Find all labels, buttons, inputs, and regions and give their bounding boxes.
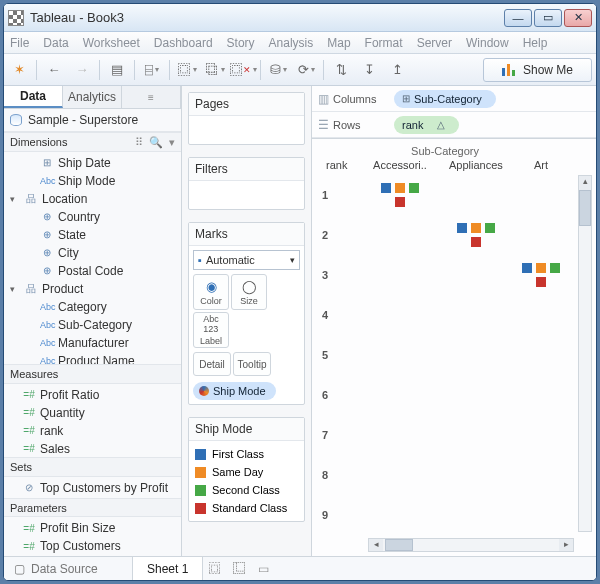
menu-map[interactable]: Map bbox=[327, 36, 350, 50]
save-button[interactable]: ▤ bbox=[106, 59, 128, 81]
field-city[interactable]: ⊕City bbox=[4, 244, 181, 262]
field-product[interactable]: 品Product bbox=[4, 280, 181, 298]
dimensions-menu-icon[interactable]: ⠿ bbox=[135, 136, 143, 149]
label-button[interactable]: Abc123Label bbox=[193, 312, 229, 348]
field-ship-date[interactable]: ⊞Ship Date bbox=[4, 154, 181, 172]
scroll-thumb[interactable] bbox=[579, 190, 591, 226]
menu-format[interactable]: Format bbox=[365, 36, 403, 50]
menu-window[interactable]: Window bbox=[466, 36, 509, 50]
field-top-customers[interactable]: =#Top Customers bbox=[4, 537, 181, 555]
close-button[interactable]: ✕ bbox=[564, 9, 592, 27]
legend-item[interactable]: Second Class bbox=[195, 481, 298, 499]
new-worksheet-icon[interactable]: ⿴ bbox=[203, 562, 227, 576]
legend-item[interactable]: First Class bbox=[195, 445, 298, 463]
field-sales[interactable]: =#Sales bbox=[4, 440, 181, 458]
forward-button[interactable]: → bbox=[71, 59, 93, 81]
scroll-up-icon[interactable]: ▴ bbox=[579, 176, 591, 190]
menu-story[interactable]: Story bbox=[227, 36, 255, 50]
new-story-icon[interactable]: ▭ bbox=[251, 562, 275, 576]
dropdown-icon[interactable]: ▾ bbox=[169, 136, 175, 149]
horizontal-scrollbar[interactable]: ◂ ▸ bbox=[368, 538, 574, 552]
mark-type-dropdown[interactable]: ▪ Automatic ▾ bbox=[193, 250, 300, 270]
show-me-label: Show Me bbox=[523, 63, 573, 77]
table-calc-icon: △ bbox=[437, 119, 445, 130]
field-ship-mode[interactable]: AbcShip Mode bbox=[4, 172, 181, 190]
color-button[interactable]: ◉Color bbox=[193, 274, 229, 310]
menu-analysis[interactable]: Analysis bbox=[269, 36, 314, 50]
menu-help[interactable]: Help bbox=[523, 36, 548, 50]
columns-pill-subcategory[interactable]: ⊞Sub-Category bbox=[394, 90, 496, 108]
field-location[interactable]: 品Location bbox=[4, 190, 181, 208]
field-top-customers-by-profit[interactable]: ⊘Top Customers by Profit bbox=[4, 479, 181, 497]
field-profit-bin-size[interactable]: =#Profit Bin Size bbox=[4, 519, 181, 537]
rows-shelf[interactable]: ☰Rows rank△ bbox=[312, 112, 596, 138]
datasource-label: Sample - Superstore bbox=[28, 113, 138, 127]
data-pane-menu-icon[interactable]: ≡ bbox=[122, 86, 181, 108]
connect-button[interactable]: ⛁▾ bbox=[267, 59, 289, 81]
field-country[interactable]: ⊕Country bbox=[4, 208, 181, 226]
columns-shelf[interactable]: ▥Columns ⊞Sub-Category bbox=[312, 86, 596, 112]
tab-data[interactable]: Data bbox=[4, 86, 63, 108]
back-button[interactable]: ← bbox=[43, 59, 65, 81]
logo-icon[interactable]: ✶ bbox=[8, 59, 30, 81]
color-icon bbox=[199, 386, 209, 396]
scroll-left-icon[interactable]: ◂ bbox=[369, 539, 383, 551]
new-datasource-button[interactable]: ⌸▾ bbox=[141, 59, 163, 81]
field-category[interactable]: AbcCategory bbox=[4, 298, 181, 316]
detail-button[interactable]: Detail bbox=[193, 352, 231, 376]
measures-tree: =#Profit Ratio=#Quantity=#rank=#Sales bbox=[4, 384, 181, 458]
sort-asc-button[interactable]: ↧ bbox=[358, 59, 380, 81]
field-quantity[interactable]: =#Quantity bbox=[4, 404, 181, 422]
tab-analytics[interactable]: Analytics bbox=[63, 86, 122, 108]
maximize-button[interactable]: ▭ bbox=[534, 9, 562, 27]
cards-pane: Pages Filters Marks ▪ Automatic ▾ ◉Color bbox=[182, 86, 312, 556]
pages-label: Pages bbox=[189, 93, 304, 116]
menu-server[interactable]: Server bbox=[417, 36, 452, 50]
search-icon[interactable]: 🔍 bbox=[149, 136, 163, 149]
field-postal-code[interactable]: ⊕Postal Code bbox=[4, 262, 181, 280]
viz-area[interactable]: Sub-Category rankAccessori..AppliancesAr… bbox=[312, 139, 596, 556]
menu-dashboard[interactable]: Dashboard bbox=[154, 36, 213, 50]
parameters-tree: =#Profit Bin Size=#Top Customers bbox=[4, 517, 181, 556]
mark-type-value: Automatic bbox=[206, 254, 255, 266]
toolbar: ✶ ← → ▤ ⌸▾ ⿴▾ ⿻▾ ⿴✕▾ ⛁▾ ⟳▾ ⇅ ↧ ↥ Show Me bbox=[4, 54, 596, 86]
menu-file[interactable]: File bbox=[10, 36, 29, 50]
field-manufacturer[interactable]: AbcManufacturer bbox=[4, 334, 181, 352]
size-button[interactable]: ◯Size bbox=[231, 274, 267, 310]
filters-card[interactable]: Filters bbox=[188, 157, 305, 210]
refresh-button[interactable]: ⟳▾ bbox=[295, 59, 317, 81]
marks-label: Marks bbox=[189, 223, 304, 246]
clear-button[interactable]: ⿴✕▾ bbox=[232, 59, 254, 81]
show-me-button[interactable]: Show Me bbox=[483, 58, 592, 82]
field-state[interactable]: ⊕State bbox=[4, 226, 181, 244]
pages-card[interactable]: Pages bbox=[188, 92, 305, 145]
datasource-item[interactable]: Sample - Superstore bbox=[4, 109, 181, 132]
minimize-button[interactable]: — bbox=[504, 9, 532, 27]
rows-pill-rank[interactable]: rank△ bbox=[394, 116, 459, 134]
sort-desc-button[interactable]: ↥ bbox=[386, 59, 408, 81]
legend-item[interactable]: Same Day bbox=[195, 463, 298, 481]
field-profit-ratio[interactable]: =#Profit Ratio bbox=[4, 386, 181, 404]
duplicate-button[interactable]: ⿻▾ bbox=[204, 59, 226, 81]
scroll-thumb-h[interactable] bbox=[385, 539, 413, 551]
new-dashboard-icon[interactable]: ⿺ bbox=[227, 562, 251, 576]
sheet-tab-1[interactable]: Sheet 1 bbox=[132, 557, 203, 580]
color-pill-shipmode[interactable]: Ship Mode bbox=[193, 382, 276, 400]
vertical-scrollbar[interactable]: ▴ bbox=[578, 175, 592, 532]
field-rank[interactable]: =#rank bbox=[4, 422, 181, 440]
rows-icon: ☰ bbox=[318, 118, 329, 132]
scroll-right-icon[interactable]: ▸ bbox=[559, 539, 573, 551]
legend-item[interactable]: Standard Class bbox=[195, 499, 298, 517]
field-sub-category[interactable]: AbcSub-Category bbox=[4, 316, 181, 334]
field-product-name[interactable]: AbcProduct Name bbox=[4, 352, 181, 364]
swap-button[interactable]: ⇅ bbox=[330, 59, 352, 81]
datasource-icon bbox=[10, 114, 22, 126]
new-worksheet-button[interactable]: ⿴▾ bbox=[176, 59, 198, 81]
menu-data[interactable]: Data bbox=[43, 36, 68, 50]
columns-label: Columns bbox=[333, 93, 376, 105]
sheet-tabs-bar: ▢Data Source Sheet 1 ⿴ ⿺ ▭ bbox=[4, 556, 596, 580]
tooltip-button[interactable]: Tooltip bbox=[233, 352, 271, 376]
title-bar: Tableau - Book3 — ▭ ✕ bbox=[4, 4, 596, 32]
menu-worksheet[interactable]: Worksheet bbox=[83, 36, 140, 50]
datasource-tab[interactable]: ▢Data Source bbox=[4, 562, 132, 576]
